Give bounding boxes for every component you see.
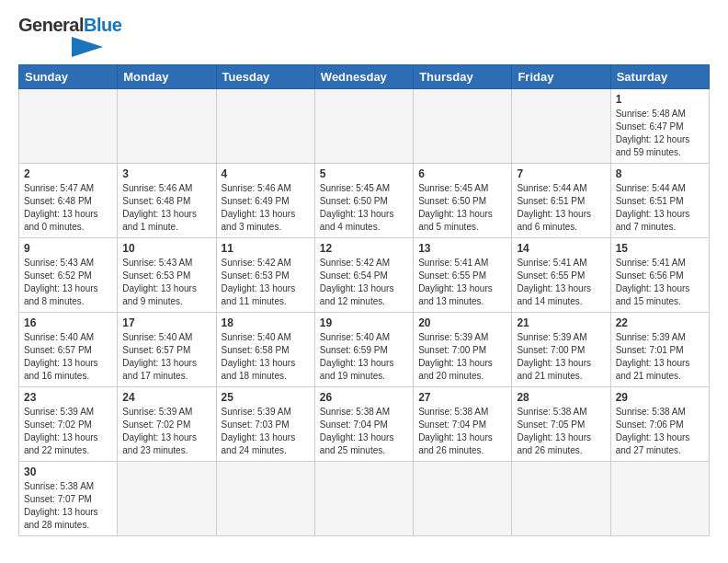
calendar-cell: 16Sunrise: 5:40 AM Sunset: 6:57 PM Dayli… <box>19 313 118 387</box>
calendar-week-row: 9Sunrise: 5:43 AM Sunset: 6:52 PM Daylig… <box>19 238 710 313</box>
day-info: Sunrise: 5:42 AM Sunset: 6:54 PM Dayligh… <box>320 257 408 308</box>
calendar-cell <box>512 89 610 164</box>
calendar-week-row: 16Sunrise: 5:40 AM Sunset: 6:57 PM Dayli… <box>19 313 710 387</box>
day-number: 17 <box>122 316 210 329</box>
logo: GeneralBlue <box>18 15 121 57</box>
day-number: 23 <box>24 391 112 404</box>
calendar-cell: 10Sunrise: 5:43 AM Sunset: 6:53 PM Dayli… <box>118 238 216 313</box>
calendar-cell: 26Sunrise: 5:38 AM Sunset: 7:04 PM Dayli… <box>314 387 413 462</box>
calendar-cell: 1Sunrise: 5:48 AM Sunset: 6:47 PM Daylig… <box>610 89 709 164</box>
day-number: 13 <box>418 242 506 255</box>
calendar-cell: 4Sunrise: 5:46 AM Sunset: 6:49 PM Daylig… <box>216 164 314 238</box>
day-info: Sunrise: 5:44 AM Sunset: 6:51 PM Dayligh… <box>616 182 704 234</box>
col-header-sunday: Sunday <box>19 65 118 89</box>
calendar-cell: 12Sunrise: 5:42 AM Sunset: 6:54 PM Dayli… <box>314 238 413 313</box>
calendar-week-row: 23Sunrise: 5:39 AM Sunset: 7:02 PM Dayli… <box>19 387 710 462</box>
calendar-cell: 6Sunrise: 5:45 AM Sunset: 6:50 PM Daylig… <box>414 164 512 238</box>
day-number: 24 <box>122 391 210 404</box>
day-info: Sunrise: 5:39 AM Sunset: 7:00 PM Dayligh… <box>517 331 605 383</box>
logo-triangle-icon <box>72 37 103 57</box>
day-number: 19 <box>320 316 408 329</box>
calendar-cell <box>414 462 512 536</box>
day-info: Sunrise: 5:39 AM Sunset: 7:00 PM Dayligh… <box>418 331 506 383</box>
day-info: Sunrise: 5:39 AM Sunset: 7:01 PM Dayligh… <box>616 331 704 383</box>
day-info: Sunrise: 5:39 AM Sunset: 7:03 PM Dayligh… <box>222 406 310 457</box>
col-header-monday: Monday <box>118 65 216 89</box>
calendar-cell <box>216 462 314 536</box>
day-info: Sunrise: 5:38 AM Sunset: 7:05 PM Dayligh… <box>517 406 605 457</box>
calendar-cell <box>414 89 512 164</box>
day-info: Sunrise: 5:40 AM Sunset: 6:59 PM Dayligh… <box>320 331 408 383</box>
day-number: 2 <box>24 167 112 180</box>
day-info: Sunrise: 5:41 AM Sunset: 6:55 PM Dayligh… <box>517 257 605 308</box>
calendar-cell: 2Sunrise: 5:47 AM Sunset: 6:48 PM Daylig… <box>19 164 118 238</box>
header: GeneralBlue <box>18 15 710 57</box>
page: GeneralBlue SundayMondayTuesdayWednesday… <box>0 0 728 563</box>
calendar-cell: 14Sunrise: 5:41 AM Sunset: 6:55 PM Dayli… <box>512 238 610 313</box>
calendar-cell: 22Sunrise: 5:39 AM Sunset: 7:01 PM Dayli… <box>610 313 709 387</box>
calendar-cell <box>314 89 413 164</box>
day-number: 6 <box>418 167 506 180</box>
col-header-tuesday: Tuesday <box>216 65 314 89</box>
calendar-cell: 11Sunrise: 5:42 AM Sunset: 6:53 PM Dayli… <box>216 238 314 313</box>
calendar-cell: 27Sunrise: 5:38 AM Sunset: 7:04 PM Dayli… <box>414 387 512 462</box>
svg-marker-0 <box>72 37 103 57</box>
day-number: 27 <box>418 391 506 404</box>
day-number: 12 <box>320 242 408 255</box>
logo-text: GeneralBlue <box>18 15 121 36</box>
day-number: 20 <box>418 316 506 329</box>
calendar-week-row: 1Sunrise: 5:48 AM Sunset: 6:47 PM Daylig… <box>19 89 710 164</box>
day-info: Sunrise: 5:38 AM Sunset: 7:06 PM Dayligh… <box>616 406 704 457</box>
day-info: Sunrise: 5:38 AM Sunset: 7:04 PM Dayligh… <box>320 406 408 457</box>
calendar-cell: 24Sunrise: 5:39 AM Sunset: 7:02 PM Dayli… <box>118 387 216 462</box>
day-info: Sunrise: 5:38 AM Sunset: 7:04 PM Dayligh… <box>418 406 506 457</box>
day-info: Sunrise: 5:39 AM Sunset: 7:02 PM Dayligh… <box>24 406 112 457</box>
calendar-cell: 28Sunrise: 5:38 AM Sunset: 7:05 PM Dayli… <box>512 387 610 462</box>
day-info: Sunrise: 5:38 AM Sunset: 7:07 PM Dayligh… <box>24 480 112 532</box>
calendar-cell: 3Sunrise: 5:46 AM Sunset: 6:48 PM Daylig… <box>118 164 216 238</box>
day-number: 22 <box>616 316 704 329</box>
day-info: Sunrise: 5:46 AM Sunset: 6:49 PM Dayligh… <box>222 182 310 234</box>
calendar-cell <box>216 89 314 164</box>
day-number: 30 <box>24 465 112 478</box>
calendar-cell <box>118 462 216 536</box>
day-info: Sunrise: 5:48 AM Sunset: 6:47 PM Dayligh… <box>616 108 704 159</box>
calendar-cell: 5Sunrise: 5:45 AM Sunset: 6:50 PM Daylig… <box>314 164 413 238</box>
day-number: 29 <box>616 391 704 404</box>
col-header-wednesday: Wednesday <box>314 65 413 89</box>
calendar-cell: 20Sunrise: 5:39 AM Sunset: 7:00 PM Dayli… <box>414 313 512 387</box>
col-header-thursday: Thursday <box>414 65 512 89</box>
day-info: Sunrise: 5:44 AM Sunset: 6:51 PM Dayligh… <box>517 182 605 234</box>
day-info: Sunrise: 5:40 AM Sunset: 6:58 PM Dayligh… <box>222 331 310 383</box>
calendar-cell: 19Sunrise: 5:40 AM Sunset: 6:59 PM Dayli… <box>314 313 413 387</box>
calendar-cell: 30Sunrise: 5:38 AM Sunset: 7:07 PM Dayli… <box>19 462 118 536</box>
day-number: 9 <box>24 242 112 255</box>
day-info: Sunrise: 5:45 AM Sunset: 6:50 PM Dayligh… <box>418 182 506 234</box>
day-info: Sunrise: 5:40 AM Sunset: 6:57 PM Dayligh… <box>122 331 210 383</box>
day-number: 21 <box>517 316 605 329</box>
day-info: Sunrise: 5:43 AM Sunset: 6:53 PM Dayligh… <box>122 257 210 308</box>
col-header-friday: Friday <box>512 65 610 89</box>
calendar-week-row: 30Sunrise: 5:38 AM Sunset: 7:07 PM Dayli… <box>19 462 710 536</box>
day-info: Sunrise: 5:47 AM Sunset: 6:48 PM Dayligh… <box>24 182 112 234</box>
col-header-saturday: Saturday <box>610 65 709 89</box>
calendar-cell: 7Sunrise: 5:44 AM Sunset: 6:51 PM Daylig… <box>512 164 610 238</box>
calendar-cell <box>118 89 216 164</box>
day-number: 28 <box>517 391 605 404</box>
calendar-table: SundayMondayTuesdayWednesdayThursdayFrid… <box>18 64 710 536</box>
day-number: 18 <box>222 316 310 329</box>
day-info: Sunrise: 5:45 AM Sunset: 6:50 PM Dayligh… <box>320 182 408 234</box>
calendar-cell: 8Sunrise: 5:44 AM Sunset: 6:51 PM Daylig… <box>610 164 709 238</box>
day-info: Sunrise: 5:41 AM Sunset: 6:56 PM Dayligh… <box>616 257 704 308</box>
day-info: Sunrise: 5:40 AM Sunset: 6:57 PM Dayligh… <box>24 331 112 383</box>
calendar-cell <box>314 462 413 536</box>
calendar-cell: 23Sunrise: 5:39 AM Sunset: 7:02 PM Dayli… <box>19 387 118 462</box>
day-number: 8 <box>616 167 704 180</box>
day-number: 1 <box>616 93 704 106</box>
day-number: 11 <box>222 242 310 255</box>
day-number: 15 <box>616 242 704 255</box>
calendar-cell: 18Sunrise: 5:40 AM Sunset: 6:58 PM Dayli… <box>216 313 314 387</box>
calendar-cell <box>19 89 118 164</box>
calendar-header-row: SundayMondayTuesdayWednesdayThursdayFrid… <box>19 65 710 89</box>
calendar-cell <box>610 462 709 536</box>
